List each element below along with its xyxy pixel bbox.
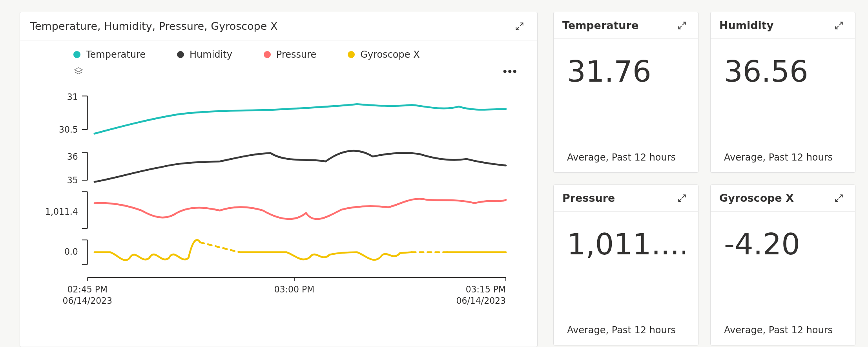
- kpi-title-pressure: Pressure: [562, 192, 615, 204]
- expand-pressure-button[interactable]: [675, 191, 689, 206]
- legend-label-pressure: Pressure: [276, 49, 316, 60]
- series-temperature: [95, 104, 506, 133]
- kpi-caption-pressure: Average, Past 12 hours: [567, 325, 685, 345]
- series-pressure: [95, 199, 506, 219]
- legend-item-temperature[interactable]: Temperature: [73, 49, 146, 60]
- svg-text:35: 35: [67, 175, 78, 186]
- chart-legend: Temperature Humidity Pressure Gyroscope …: [20, 40, 537, 64]
- kpi-tile-pressure: Pressure 1,011.... Average, Past 12 hour…: [553, 184, 698, 345]
- legend-dot-temperature: [73, 51, 80, 58]
- kpi-value-pressure: 1,011....: [567, 212, 685, 259]
- legend-label-gyroscope: Gyroscope X: [360, 49, 419, 60]
- kpi-caption-gyroscope: Average, Past 12 hours: [724, 325, 842, 345]
- kpi-tile-humidity: Humidity 36.56 Average, Past 12 hours: [710, 12, 855, 173]
- svg-text:02:45 PM: 02:45 PM: [67, 284, 108, 294]
- svg-text:31: 31: [67, 91, 78, 102]
- chart-svg: 31 30.5 36 35 1,011.4 0.0: [36, 81, 522, 335]
- svg-text:36: 36: [67, 152, 78, 162]
- layers-button[interactable]: [71, 64, 86, 79]
- svg-text:0.0: 0.0: [64, 246, 78, 257]
- svg-text:30.5: 30.5: [59, 124, 78, 135]
- kpi-title-gyroscope: Gyroscope X: [719, 192, 794, 204]
- legend-item-gyroscope[interactable]: Gyroscope X: [348, 49, 419, 60]
- svg-text:03:00 PM: 03:00 PM: [274, 284, 314, 294]
- expand-humidity-button[interactable]: [832, 18, 846, 33]
- series-gyroscope: [95, 240, 201, 260]
- legend-label-humidity: Humidity: [190, 49, 232, 60]
- kpi-tile-gyroscope: Gyroscope X -4.20 Average, Past 12 hours: [710, 184, 855, 345]
- expand-gyroscope-button[interactable]: [832, 191, 846, 206]
- kpi-value-gyroscope: -4.20: [724, 212, 842, 259]
- expand-temperature-button[interactable]: [675, 18, 689, 33]
- kpi-caption-humidity: Average, Past 12 hours: [724, 152, 842, 172]
- kpi-title-temperature: Temperature: [562, 19, 638, 31]
- legend-item-pressure[interactable]: Pressure: [264, 49, 316, 60]
- expand-chart-button[interactable]: [512, 19, 527, 34]
- chart-more-button[interactable]: •••: [500, 64, 521, 79]
- expand-icon: [677, 193, 687, 203]
- chart-title: Temperature, Humidity, Pressure, Gyrosco…: [30, 20, 277, 32]
- series-humidity: [95, 151, 506, 182]
- legend-item-humidity[interactable]: Humidity: [177, 49, 232, 60]
- legend-dot-gyroscope: [348, 51, 355, 58]
- kpi-caption-temperature: Average, Past 12 hours: [567, 152, 685, 172]
- legend-dot-humidity: [177, 51, 184, 58]
- kpi-title-humidity: Humidity: [719, 19, 773, 31]
- chart-tile: Temperature, Humidity, Pressure, Gyrosco…: [20, 12, 538, 347]
- svg-text:1,011.4: 1,011.4: [45, 206, 78, 217]
- kpi-value-temperature: 31.76: [567, 39, 685, 86]
- kpi-value-humidity: 36.56: [724, 39, 842, 86]
- legend-label-temperature: Temperature: [86, 49, 146, 60]
- svg-text:06/14/2023: 06/14/2023: [63, 295, 113, 306]
- chart-plot-area[interactable]: 31 30.5 36 35 1,011.4 0.0: [20, 81, 537, 347]
- svg-text:06/14/2023: 06/14/2023: [456, 295, 506, 306]
- kpi-tile-temperature: Temperature 31.76 Average, Past 12 hours: [553, 12, 698, 173]
- chart-tile-header: Temperature, Humidity, Pressure, Gyrosco…: [20, 12, 537, 40]
- expand-icon: [834, 193, 844, 203]
- layers-icon: [73, 66, 84, 77]
- expand-icon: [834, 20, 844, 31]
- expand-icon: [514, 21, 525, 31]
- legend-dot-pressure: [264, 51, 271, 58]
- svg-marker-0: [75, 68, 82, 72]
- expand-icon: [677, 20, 687, 31]
- svg-text:03:15 PM: 03:15 PM: [466, 284, 506, 294]
